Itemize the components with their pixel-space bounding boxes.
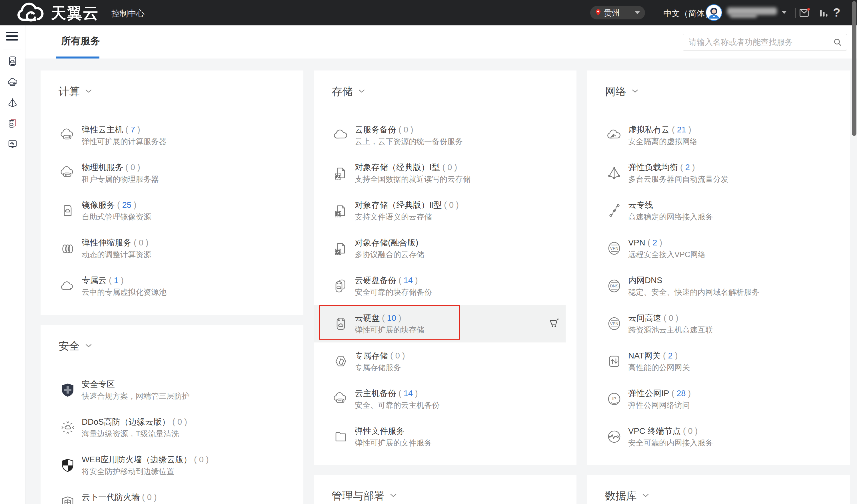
service-count: ( 0 ) <box>142 492 157 502</box>
service-item[interactable]: 云专线高速稳定的网络接入服务 <box>587 192 850 229</box>
service-name: 对象存储（经典版）Ⅰ型 <box>355 163 440 172</box>
cloud-logo-icon <box>16 1 47 25</box>
service-item[interactable]: WEB应用防火墙（边缘云版）( 0 )将安全防护移动到边缘位置 <box>40 446 303 484</box>
service-item[interactable]: 虚拟私有云( 21 )安全隔离的虚拟网络 <box>587 117 850 154</box>
service-item[interactable]: 云硬盘备份( 14 )安全可靠的块存储备份 <box>314 267 576 305</box>
service-count: ( 21 ) <box>672 125 691 134</box>
service-text: 云下一代防火墙( 0 )网络边界防护 <box>82 491 157 504</box>
service-item[interactable]: 云主机备份( 14 )安全、可靠的云主机备份 <box>314 380 576 418</box>
service-name: 云下一代防火墙 <box>82 492 140 502</box>
service-count: ( 2 ) <box>680 163 695 172</box>
service-item[interactable]: 弹性文件服务弹性可扩展的文件服务 <box>314 418 576 455</box>
service-item[interactable]: 弹性云主机( 7 )弹性可扩展的计算服务器 <box>40 117 303 154</box>
service-list: 安全专区快速合规方案，网端管三层防护DDoS高防（边缘云版）( 0 )海量边缘资… <box>40 371 303 504</box>
chevron-down-icon[interactable] <box>390 493 397 499</box>
service-item[interactable]: DNS内网DNS稳定、安全、快速的内网域名解析服务 <box>587 267 850 305</box>
service-item[interactable]: 镜像服务( 25 )自助式管理镜像资源 <box>40 192 303 229</box>
service-description: 稳定、安全、快速的内网域名解析服务 <box>628 287 759 297</box>
service-description: 安全隔离的虚拟网络 <box>628 136 698 147</box>
waf-shield-icon <box>58 456 77 474</box>
section-header-security[interactable]: 安全 <box>58 338 92 354</box>
service-text: WEB应用防火墙（边缘云版）( 0 )将安全防护移动到边缘位置 <box>82 454 209 476</box>
service-name: 弹性公网IP <box>628 389 669 398</box>
service-description: 将安全防护移动到边缘位置 <box>82 466 209 476</box>
service-item[interactable]: 云服务备份( 0 )云上，云下资源的统一备份服务 <box>314 117 576 154</box>
dedicated-cloud-icon <box>58 277 77 295</box>
service-name: VPC 终端节点 <box>628 427 681 435</box>
cloud-server-icon[interactable] <box>7 55 18 67</box>
service-item[interactable]: VPN云间高速( 0 )跨资源池云主机高速互联 <box>587 305 850 343</box>
service-description: 快速合规方案，网端管三层防护 <box>82 391 190 401</box>
cart-icon[interactable] <box>548 317 560 330</box>
service-item[interactable]: DDoS高防（边缘云版）( 0 )海量边缘资源，T级流量清洗 <box>40 409 303 446</box>
service-item[interactable]: 弹性伸缩服务( 0 )动态的调整计算资源 <box>40 229 303 267</box>
service-description: 安全可靠的块存储备份 <box>355 287 432 297</box>
service-text: 云服务备份( 0 )云上，云下资源的统一备份服务 <box>355 124 463 147</box>
service-item[interactable]: VPC 终端节点( 0 )安全可靠的内网接入服务 <box>587 418 850 455</box>
service-item[interactable]: NAT网关( 2 )高性能的公网网关 <box>587 343 850 380</box>
chevron-down-icon[interactable] <box>632 89 638 94</box>
search-icon[interactable] <box>833 38 842 47</box>
chevron-down-icon[interactable] <box>85 89 92 94</box>
service-description: 弹性可扩展的计算服务器 <box>82 136 167 147</box>
backup-cards-icon[interactable] <box>7 118 18 129</box>
scrollbar-thumb[interactable] <box>852 1 856 136</box>
monitor-icon[interactable] <box>7 138 18 150</box>
section-header-network[interactable]: 网络 <box>605 84 638 100</box>
user-caret-down-icon[interactable] <box>782 11 787 14</box>
topbar: 天翼云 控制中心 贵州 中文（简体） <box>0 0 857 25</box>
section-title: 存储 <box>332 85 353 99</box>
section-header-compute[interactable]: 计算 <box>58 84 92 100</box>
question-mark-icon[interactable]: ? <box>833 6 840 19</box>
service-item[interactable]: 物理机服务( 0 )租户专属的物理服务器 <box>40 154 303 192</box>
search-input[interactable] <box>683 38 833 47</box>
region-selector[interactable]: 贵州 <box>590 6 645 19</box>
cloud-backup-icon <box>332 126 350 144</box>
service-item[interactable]: 弹性负载均衡( 2 )多台云服务器间自动流量分发 <box>587 154 850 192</box>
auto-scaling-icon <box>58 239 77 257</box>
service-item[interactable]: IP弹性公网IP( 28 )弹性公网网络访问 <box>587 380 850 418</box>
message-icon[interactable] <box>799 7 810 19</box>
service-text: 专属存储( 0 )专属存储服务 <box>355 350 405 373</box>
service-item[interactable]: 对象存储(融合版)多协议融合的云存储 <box>314 229 576 267</box>
chevron-down-icon[interactable] <box>85 344 92 349</box>
service-count: ( 7 ) <box>125 125 140 134</box>
section-card-management: 管理与部署 <box>314 475 576 504</box>
service-count: ( 0 ) <box>134 238 149 247</box>
tab-all-services[interactable]: 所有服务 <box>61 35 100 48</box>
service-item[interactable]: 对象存储（经典版）Ⅱ型( 0 )支持文件语义的云存储 <box>314 192 576 229</box>
nav-console-link[interactable]: 控制中心 <box>112 8 145 19</box>
service-name: 专属云 <box>82 276 106 285</box>
chevron-down-icon[interactable] <box>358 89 365 94</box>
disk-backup-icon <box>332 277 350 295</box>
service-text: 弹性云主机( 7 )弹性可扩展的计算服务器 <box>82 124 167 147</box>
service-text: NAT网关( 2 )高性能的公网网关 <box>628 350 690 373</box>
region-label: 贵州 <box>604 7 620 18</box>
avatar[interactable] <box>706 4 722 21</box>
service-text: 专属云( 1 )云中的专属虚拟化资源池 <box>82 275 167 297</box>
user-name-blurred[interactable] <box>727 7 778 19</box>
section-header-management[interactable]: 管理与部署 <box>332 488 397 504</box>
section-card-network: 网络虚拟私有云( 21 )安全隔离的虚拟网络弹性负载均衡( 2 )多台云服务器间… <box>587 70 850 465</box>
service-count: ( 25 ) <box>117 201 137 209</box>
service-count: ( 0 ) <box>442 163 457 172</box>
bar-chart-icon[interactable] <box>819 8 829 19</box>
service-item[interactable]: 云下一代防火墙( 0 )网络边界防护 <box>40 484 303 504</box>
svg-text:VPN: VPN <box>610 321 619 326</box>
chevron-down-icon[interactable] <box>642 493 649 499</box>
service-item[interactable]: 云硬盘( 10 )弹性可扩展的块存储 <box>314 305 566 343</box>
service-item[interactable]: VPNVPN( 2 )远程安全接入VPC网络 <box>587 229 850 267</box>
section-header-storage[interactable]: 存储 <box>332 84 365 100</box>
menu-icon[interactable] <box>6 32 18 43</box>
section-header-database[interactable]: 数据库 <box>605 488 649 504</box>
service-item[interactable]: 专属存储( 0 )专属存储服务 <box>314 343 576 380</box>
vpn-icon: VPN <box>605 314 623 333</box>
service-count: ( 0 ) <box>172 417 187 427</box>
service-count: ( 1 ) <box>109 276 124 285</box>
service-item[interactable]: 安全专区快速合规方案，网端管三层防护 <box>40 371 303 409</box>
resource-pyramid-icon[interactable] <box>7 97 18 108</box>
service-item[interactable]: 对象存储（经典版）Ⅰ型( 0 )支持全国数据的就近读写的云存储 <box>314 154 576 192</box>
cloud-host-icon[interactable] <box>7 76 18 88</box>
service-item[interactable]: 专属云( 1 )云中的专属虚拟化资源池 <box>40 267 303 305</box>
brand-logo[interactable]: 天翼云 <box>16 1 99 25</box>
